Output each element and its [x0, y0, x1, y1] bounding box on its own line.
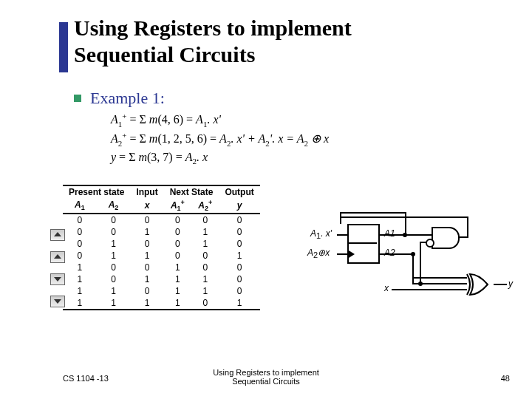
th-a1: A1 — [63, 198, 97, 214]
table-cell: 1 — [63, 297, 97, 310]
table-cell: 0 — [164, 226, 191, 238]
register — [347, 224, 380, 264]
table-cell: 1 — [97, 297, 131, 310]
wire — [340, 212, 406, 214]
example-label: Example 1: — [90, 89, 165, 107]
table-cell: 1 — [164, 297, 191, 310]
table-cell: 0 — [97, 214, 131, 226]
table-cell: 0 — [191, 214, 219, 226]
table-cell: 0 — [63, 250, 97, 262]
table-cell: 1 — [63, 273, 97, 285]
deco-icon — [50, 251, 65, 263]
table-cell: 1 — [164, 262, 191, 273]
table-cell: 0 — [63, 238, 97, 250]
label-x: x — [384, 283, 389, 293]
wire — [340, 212, 341, 224]
table-cell: 0 — [191, 262, 219, 273]
accent-bar — [59, 22, 68, 72]
table-cell: 0 — [219, 214, 259, 226]
table-cell: 0 — [219, 262, 259, 273]
wire — [337, 234, 347, 236]
footer-title: Using Registers to implementSequential C… — [0, 368, 532, 386]
table-cell: 1 — [97, 285, 131, 297]
wire — [420, 234, 432, 236]
label-a2xor: A2⊕x — [307, 248, 330, 259]
th-present: Present state — [63, 185, 130, 198]
table-cell: 0 — [219, 273, 259, 285]
table-cell: 1 — [164, 285, 191, 297]
table-cell: 1 — [219, 297, 259, 310]
label-a2: A2 — [384, 248, 395, 258]
wire — [378, 234, 421, 236]
footer-page: 48 — [501, 374, 510, 383]
th-next: Next State — [164, 185, 219, 198]
xor-gate — [466, 273, 494, 295]
table-cell: 0 — [164, 214, 191, 226]
th-y: y — [219, 198, 259, 214]
table-cell: 1 — [130, 250, 163, 262]
table-cell: 0 — [130, 262, 163, 273]
equation-3: y = Σ m(3, 7) = A2. x — [111, 149, 329, 168]
table-cell: 0 — [219, 226, 259, 238]
wire — [412, 253, 414, 284]
title-line2: Sequential Circuits — [74, 42, 255, 66]
table-cell: 0 — [130, 238, 163, 250]
node-dot — [403, 233, 407, 237]
wire — [378, 253, 414, 255]
node-dot — [411, 252, 415, 256]
table-cell: 1 — [63, 285, 97, 297]
eq1-tail: . x' — [207, 113, 221, 126]
th-a2: A2 — [97, 198, 131, 214]
wire — [337, 253, 347, 255]
table-cell: 1 — [164, 273, 191, 285]
equation-2: A2+ = Σ m(1, 2, 5, 6) = A2. x' + A2'. x … — [111, 130, 329, 149]
wire — [340, 216, 468, 218]
label-a1: A1 — [384, 228, 395, 239]
th-a2p: A2+ — [191, 198, 219, 214]
table-cell: 0 — [63, 226, 97, 238]
table-cell: 1 — [191, 226, 219, 238]
example-heading: Example 1: — [74, 89, 165, 108]
table-cell: 1 — [191, 285, 219, 297]
deco-icon — [50, 273, 65, 285]
and-gate — [432, 227, 460, 249]
eq1-a: A — [111, 113, 118, 126]
th-a1p: A1+ — [164, 198, 191, 214]
table-cell: 0 — [219, 285, 259, 297]
th-input: Input — [130, 185, 163, 198]
bullet-icon — [74, 95, 81, 102]
wire — [405, 212, 406, 234]
label-a1x: A1. x' — [310, 228, 332, 240]
equation-1: A1+ = Σ m(4, 6) = A1. x' — [111, 111, 329, 130]
inverter-bubble — [426, 239, 434, 248]
th-x: x — [130, 198, 163, 214]
table-cell: 0 — [164, 250, 191, 262]
equations-block: A1+ = Σ m(4, 6) = A1. x' A2+ = Σ m(1, 2,… — [111, 111, 329, 167]
table-cell: 0 — [130, 214, 163, 226]
table-cell: 0 — [97, 262, 131, 273]
register-divider — [349, 242, 377, 244]
deco-icon — [50, 229, 65, 241]
table-cell: 0 — [130, 285, 163, 297]
table-cell: 1 — [97, 238, 131, 250]
deco-icon — [50, 296, 65, 307]
table-cell: 1 — [130, 297, 163, 310]
table-cell: 0 — [97, 226, 131, 238]
table-cell: 0 — [63, 214, 97, 226]
wire — [412, 277, 467, 279]
slide-title: Using Registers to implement Sequential … — [74, 15, 352, 68]
table-cell: 1 — [191, 238, 219, 250]
title-line1: Using Registers to implement — [74, 16, 352, 40]
table-cell: 0 — [191, 250, 219, 262]
table-cell: 1 — [191, 273, 219, 285]
label-y: y — [508, 279, 513, 289]
wire — [392, 289, 467, 290]
table-cell: 0 — [97, 273, 131, 285]
th-output: Output — [219, 185, 259, 198]
node-dot — [418, 282, 423, 286]
wire — [494, 284, 507, 285]
table-cell: 1 — [97, 250, 131, 262]
table-cell: 1 — [130, 273, 163, 285]
table-cell: 1 — [130, 226, 163, 238]
table-cell: 0 — [219, 238, 259, 250]
